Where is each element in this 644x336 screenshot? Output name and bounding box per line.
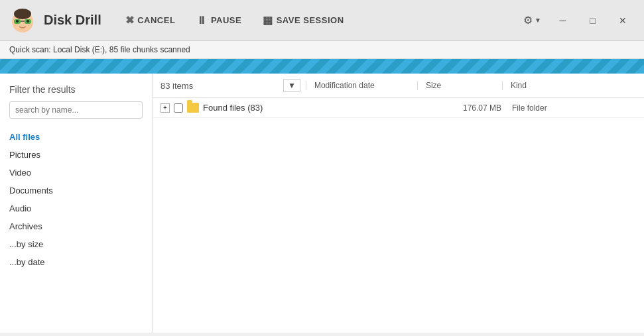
sidebar-item-documents[interactable]: Documents xyxy=(0,182,152,199)
sidebar-item-label: ...by date xyxy=(9,257,44,267)
sidebar-item-by-size[interactable]: ...by size xyxy=(0,235,152,253)
sidebar-item-label: ...by size xyxy=(9,239,43,249)
filter-label: Filter the results xyxy=(0,84,152,101)
logo-area: Disk Drill xyxy=(7,5,101,36)
col-header-kind: Kind xyxy=(502,81,636,90)
sidebar-item-label: Pictures xyxy=(9,150,40,160)
expand-button[interactable]: + xyxy=(161,103,170,113)
app-title: Disk Drill xyxy=(44,13,101,28)
folder-icon xyxy=(187,103,199,113)
file-list: + Found files (83) 176.07 MB File folder xyxy=(153,98,644,333)
file-kind: File folder xyxy=(512,103,636,113)
window-controls: ─ □ ✕ xyxy=(548,0,637,41)
save-session-label: SAVE SESSION xyxy=(277,15,344,25)
sidebar-item-audio[interactable]: Audio xyxy=(0,199,152,217)
save-icon: ▦ xyxy=(263,14,273,27)
settings-button[interactable]: ⚙ ▼ xyxy=(517,9,548,32)
sidebar-item-pictures[interactable]: Pictures xyxy=(0,146,152,164)
sidebar: Filter the results All files Pictures Vi… xyxy=(0,74,153,333)
pause-icon: ⏸ xyxy=(196,15,208,27)
row-checkbox[interactable] xyxy=(174,103,183,113)
close-button[interactable]: ✕ xyxy=(608,0,637,41)
pause-button[interactable]: ⏸ PAUSE xyxy=(186,9,252,32)
sidebar-item-label: All files xyxy=(9,132,40,142)
sidebar-item-all-files[interactable]: All files xyxy=(0,128,152,146)
content-header: 83 items ▼ Modification date Size Kind xyxy=(153,74,644,98)
settings-icon: ⚙ xyxy=(523,14,533,27)
col-header-modification-date: Modification date xyxy=(306,81,412,90)
settings-dropdown-arrow: ▼ xyxy=(535,17,541,24)
main-content: Filter the results All files Pictures Vi… xyxy=(0,74,644,333)
file-row-left: + Found files (83) xyxy=(161,103,326,113)
table-row[interactable]: + Found files (83) 176.07 MB File folder xyxy=(153,98,644,118)
cancel-label: CANCEL xyxy=(137,15,175,25)
file-name: Found files (83) xyxy=(203,103,263,113)
titlebar: Disk Drill ✖ CANCEL ⏸ PAUSE ▦ SAVE SESSI… xyxy=(0,0,644,41)
filter-dropdown-button[interactable]: ▼ xyxy=(283,79,300,92)
maximize-button[interactable]: □ xyxy=(578,0,608,41)
status-bar: Quick scan: Local Disk (E:), 85 file chu… xyxy=(0,41,644,59)
col-header-size: Size xyxy=(417,81,497,90)
svg-point-6 xyxy=(27,20,29,23)
cancel-icon: ✖ xyxy=(125,14,135,27)
status-text: Quick scan: Local Disk (E:), 85 file chu… xyxy=(9,45,190,54)
sidebar-item-archives[interactable]: Archives xyxy=(0,217,152,235)
app-logo xyxy=(7,5,38,36)
save-session-button[interactable]: ▦ SAVE SESSION xyxy=(252,9,354,32)
sidebar-item-label: Archives xyxy=(9,221,42,231)
items-count: 83 items xyxy=(161,81,278,91)
file-size: 176.07 MB xyxy=(432,103,512,113)
sidebar-item-video[interactable]: Video xyxy=(0,164,152,182)
sidebar-item-label: Documents xyxy=(9,186,53,196)
sidebar-item-label: Video xyxy=(9,168,31,178)
pause-label: PAUSE xyxy=(211,15,241,25)
cancel-button[interactable]: ✖ CANCEL xyxy=(115,9,186,32)
svg-point-5 xyxy=(16,20,19,23)
content-area: 83 items ▼ Modification date Size Kind +… xyxy=(153,74,644,333)
svg-point-1 xyxy=(14,9,31,19)
sidebar-item-by-date[interactable]: ...by date xyxy=(0,253,152,271)
progress-bar xyxy=(0,59,644,74)
search-input[interactable] xyxy=(9,101,143,119)
sidebar-item-label: Audio xyxy=(9,203,31,213)
minimize-button[interactable]: ─ xyxy=(548,0,578,41)
